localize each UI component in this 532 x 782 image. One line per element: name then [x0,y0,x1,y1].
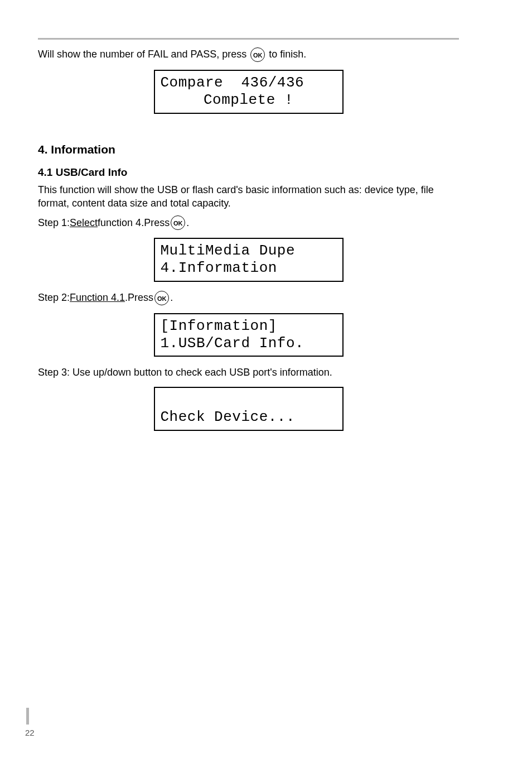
lcd-check-line1 [161,391,337,409]
step1-underline: Select [70,216,98,229]
lcd-compare: Compare 436/436 Complete ! [154,70,344,113]
page-number: 22 [25,708,30,737]
lcd-check-line2: Check Device... [161,409,337,426]
step2-rest: .Press [125,291,153,304]
step-3: Step 3: Use up/down button to check each… [38,366,459,379]
section-41-desc: This function will show the USB or flash… [38,183,459,210]
lcd-info-line1: [Information] [161,318,337,335]
ok-icon: OK [171,215,185,230]
lcd-check: Check Device... [154,387,344,430]
top-rule [38,38,459,40]
intro-pre: Will show the number of FAIL and PASS, p… [38,49,249,60]
lcd-menu: MultiMedia Dupe 4.Information [154,238,344,281]
step1-rest: function 4.Press [98,216,170,229]
lcd-compare-line1: Compare 436/436 [161,74,337,92]
step2-prefix: Step 2: [38,291,70,304]
lcd-menu-line1: MultiMedia Dupe [161,242,337,260]
lcd-menu-line2: 4.Information [161,260,337,277]
lcd-info-line2: 1.USB/Card Info. [161,335,337,352]
step2-underline: Function 4.1 [70,291,125,304]
section-4-heading: 4. Information [38,143,459,156]
intro-text: Will show the number of FAIL and PASS, p… [38,47,459,62]
step-1: Step 1: Select function 4.Press OK . [38,215,459,230]
lcd-info: [Information] 1.USB/Card Info. [154,313,344,357]
step1-post: . [186,216,189,229]
step-2: Step 2: Function 4.1 .Press OK . [38,291,459,305]
intro-post: to finish. [269,49,306,60]
page-number-bar [26,708,29,725]
step2-post: . [170,291,173,304]
ok-icon: OK [154,291,169,305]
step1-prefix: Step 1: [38,216,70,229]
page-number-value: 22 [25,728,30,737]
lcd-compare-line2: Complete ! [161,92,337,109]
section-41-heading: 4.1 USB/Card Info [38,166,459,179]
ok-icon: OK [250,47,265,62]
